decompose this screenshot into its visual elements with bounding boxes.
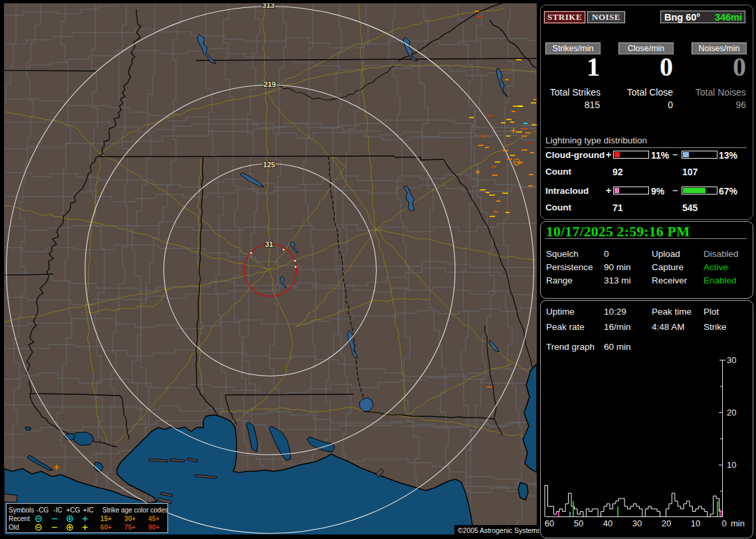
svg-text:©2005 Astrogenic Systems: ©2005 Astrogenic Systems (458, 527, 539, 534)
svg-text:15+: 15+ (100, 515, 112, 522)
svg-text:45+: 45+ (148, 515, 159, 522)
svg-text:90+: 90+ (148, 524, 159, 531)
svg-text:20: 20 (727, 408, 736, 418)
svg-text:31: 31 (265, 240, 273, 248)
svg-text:+CG: +CG (66, 506, 80, 514)
svg-text:75+: 75+ (124, 524, 136, 531)
svg-text:Recent: Recent (9, 515, 30, 522)
svg-text:-CG: -CG (37, 506, 49, 514)
svg-text:60+: 60+ (100, 524, 112, 531)
svg-text:125: 125 (263, 161, 275, 169)
svg-text:-IC: -IC (53, 506, 62, 514)
svg-text:+IC: +IC (83, 506, 94, 514)
svg-text:219: 219 (264, 80, 276, 88)
svg-text:Symbols: Symbols (9, 506, 34, 514)
svg-text:Strike age color codes: Strike age color codes (102, 506, 168, 514)
svg-text:30: 30 (727, 355, 736, 365)
svg-text:30+: 30+ (124, 515, 136, 522)
svg-text:Old: Old (9, 524, 19, 531)
